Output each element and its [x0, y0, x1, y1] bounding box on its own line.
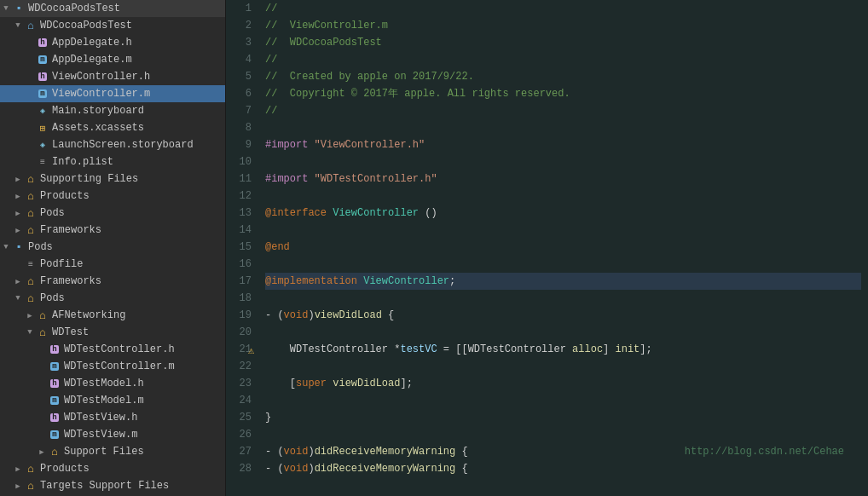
sidebar-item-file-wdtestcontroller-m[interactable]: m WDTestController.m	[0, 358, 225, 375]
item-label: Frameworks	[40, 275, 101, 287]
code-line: }	[265, 409, 861, 426]
sidebar-item-file-appdelegate-h[interactable]: h AppDelegate.h	[0, 34, 225, 51]
sidebar-item-file-assets[interactable]: ⊞ Assets.xcassets	[0, 119, 225, 136]
folder-icon: ⌂	[24, 19, 38, 32]
code-line: #import "WDTestController.h"	[265, 170, 861, 187]
folder-icon: ⌂	[24, 223, 38, 237]
token-white: )	[308, 463, 314, 475]
arrow-icon: ▼	[0, 243, 12, 251]
file-icon: m	[48, 360, 61, 373]
item-label: ViewController.m	[52, 88, 150, 100]
sidebar-item-group-main[interactable]: ▼ ⌂ WDCocoaPodsTest	[0, 17, 225, 34]
line-number: 26	[229, 426, 252, 443]
item-label: WDTestModel.m	[64, 395, 144, 407]
item-label: Main.storyboard	[52, 105, 144, 117]
arrow-icon: ▶	[12, 209, 24, 218]
sidebar-item-file-appdelegate-m[interactable]: m AppDelegate.m	[0, 51, 225, 68]
line-number: 22	[229, 358, 252, 375]
sidebar-item-root-project[interactable]: ▼ ▪ WDCocoaPodsTest	[0, 0, 225, 17]
line-number: 1	[229, 0, 252, 17]
token-white: ()	[419, 207, 437, 219]
folder-icon: ⌂	[36, 326, 49, 339]
sidebar-item-file-main-storyboard[interactable]: ◈ Main.storyboard	[0, 102, 225, 119]
token-comment: //	[265, 105, 277, 117]
sidebar-item-group-pods-top[interactable]: ▶ ⌂ Pods	[0, 205, 225, 222]
token-comment: // WDCocoaPodsTest	[265, 37, 382, 49]
item-label: WDTestView.m	[64, 429, 137, 441]
sidebar-item-group-afnetworking[interactable]: ▶ ⌂ AFNetworking	[0, 307, 225, 324]
file-icon: m	[48, 428, 61, 441]
code-line: - (void)didReceiveMemoryWarning {http://…	[265, 443, 861, 460]
code-line	[265, 426, 861, 443]
sidebar-item-group-pods-sub[interactable]: ▼ ⌂ Pods	[0, 290, 225, 307]
file-icon: ≡	[24, 257, 38, 271]
line-number: 24	[229, 392, 252, 409]
code-line	[265, 392, 861, 409]
file-icon: h	[36, 36, 49, 49]
item-label: Products	[40, 190, 90, 202]
token-comment: //	[265, 3, 277, 14]
code-line: @implementation ViewController;	[265, 273, 861, 290]
token-method: viewDidLoad	[333, 378, 400, 389]
token-method: viewDidLoad	[315, 309, 382, 321]
token-method: alloc	[572, 343, 603, 355]
arrow-icon: ▶	[36, 447, 48, 457]
token-white: [	[265, 378, 296, 389]
sidebar-item-group-products-bottom[interactable]: ▶ ⌂ Products	[0, 460, 225, 477]
sidebar-item-file-viewcontroller-m[interactable]: m ViewController.m	[0, 85, 225, 102]
sidebar-item-group-frameworks-top[interactable]: ▶ ⌂ Frameworks	[0, 222, 225, 239]
sidebar-item-file-podfile[interactable]: ≡ Podfile	[0, 256, 225, 273]
sidebar-item-file-wdtestview-m[interactable]: m WDTestView.m	[0, 426, 225, 443]
token-white: - (	[265, 309, 284, 321]
file-icon: h	[48, 343, 61, 356]
sidebar-item-group-pods-root[interactable]: ▼ ▪ Pods	[0, 239, 225, 256]
sidebar-item-file-wdtestview-h[interactable]: h WDTestView.h	[0, 409, 225, 426]
sidebar-item-group-support-files[interactable]: ▶ ⌂ Support Files	[0, 443, 225, 460]
token-keyword: void	[284, 309, 309, 321]
token-white: ];	[400, 378, 412, 389]
item-label: Supporting Files	[40, 173, 138, 185]
code-line: #import "ViewController.h"	[265, 136, 861, 153]
token-white: - (	[265, 446, 284, 458]
project-icon: ▪	[12, 240, 26, 254]
sidebar-item-group-products[interactable]: ▶ ⌂ Products	[0, 187, 225, 205]
item-label: WDCocoaPodsTest	[40, 20, 132, 32]
line-number: 25	[229, 409, 252, 426]
token-directive: #import	[265, 173, 315, 185]
sidebar-item-file-viewcontroller-h[interactable]: h ViewController.h	[0, 68, 225, 85]
code-line: - (void)viewDidLoad {	[265, 307, 861, 324]
line-number: 13	[229, 205, 252, 222]
folder-icon: ⌂	[24, 274, 38, 288]
token-comment: //	[265, 54, 277, 66]
sidebar-item-group-supporting[interactable]: ▶ ⌂ Supporting Files	[0, 170, 225, 187]
folder-icon: ⌂	[24, 172, 38, 186]
token-class: ViewController	[363, 275, 449, 287]
sidebar-item-file-wdtestmodel-m[interactable]: m WDTestModel.m	[0, 392, 225, 409]
line-number: 4	[229, 51, 252, 68]
line-number: 12	[229, 187, 252, 205]
item-label: WDTestView.h	[64, 412, 137, 424]
code-line: //	[265, 51, 861, 68]
arrow-icon: ▼	[24, 328, 36, 337]
code-editor: 1234567891011121314151617181920212223242…	[226, 0, 868, 496]
sidebar-item-file-info-plist[interactable]: ≡ Info.plist	[0, 153, 225, 170]
warning-icon: ⚠	[248, 343, 254, 360]
line-number: 6	[229, 85, 252, 102]
sidebar-item-group-wdtest[interactable]: ▼ ⌂ WDTest	[0, 324, 225, 341]
code-line: ⚠ WDTestController *testVC = [[WDTestCon…	[265, 341, 861, 358]
line-number: 17	[229, 273, 252, 290]
code-line: @interface ViewController ()	[265, 205, 861, 222]
sidebar-item-file-wdtestmodel-h[interactable]: h WDTestModel.h	[0, 375, 225, 392]
item-label: Targets Support Files	[40, 480, 169, 492]
item-label: Info.plist	[52, 156, 113, 168]
token-white: ];	[639, 343, 651, 355]
sidebar-item-group-targets-support[interactable]: ▶ ⌂ Targets Support Files	[0, 477, 225, 494]
line-number: 23	[229, 375, 252, 392]
token-string: "WDTestController.h"	[315, 173, 437, 185]
token-white: )	[308, 309, 314, 321]
sidebar-item-file-launchscreen[interactable]: ◈ LaunchScreen.storyboard	[0, 136, 225, 153]
sidebar-item-group-frameworks-pods[interactable]: ▶ ⌂ Frameworks	[0, 273, 225, 290]
sidebar-item-file-wdtestcontroller-h[interactable]: h WDTestController.h	[0, 341, 225, 358]
token-keyword: void	[284, 463, 309, 475]
line-number: 2	[229, 17, 252, 34]
